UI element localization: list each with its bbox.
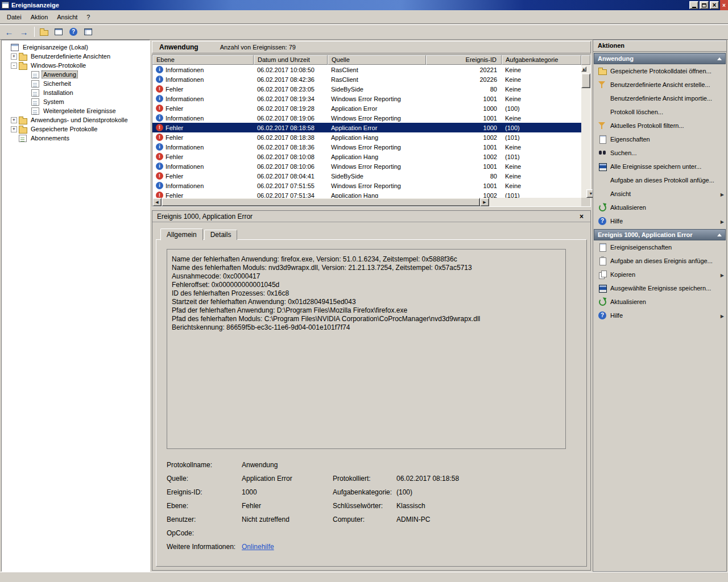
export-list-button[interactable]	[81, 26, 95, 38]
detail-tab[interactable]: Allgemein	[160, 228, 203, 240]
action-item[interactable]: Eigenschaften	[593, 132, 726, 146]
window-titlebar[interactable]: Ereignisanzeige	[0, 0, 728, 10]
tree-expander-icon[interactable]	[23, 108, 30, 114]
action-item[interactable]: Aktualisieren	[593, 295, 726, 309]
action-item[interactable]: Aktuelles Protokoll filtern...	[593, 119, 726, 132]
actions-section-header-anwendung[interactable]: Anwendung	[594, 53, 726, 64]
event-row[interactable]: Fehler 06.02.2017 08:18:38 Application H…	[152, 132, 581, 142]
action-item[interactable]: Aktualisieren	[593, 201, 726, 214]
menu-item[interactable]: Ansicht	[52, 12, 82, 22]
vertical-scrollbar[interactable]	[581, 65, 590, 198]
open-saved-log-button[interactable]	[37, 26, 51, 38]
event-row[interactable]: Fehler 06.02.2017 08:04:41 SideBySide 80…	[152, 171, 581, 181]
help-button[interactable]	[67, 26, 80, 38]
tree-expander-icon[interactable]	[3, 44, 9, 51]
maximize-button[interactable]	[700, 1, 709, 9]
action-item[interactable]: Protokoll löschen...	[593, 105, 726, 119]
tree-expander-icon[interactable]	[23, 72, 30, 78]
tree-node-icon	[19, 135, 27, 142]
tree-expander-icon[interactable]: +	[11, 117, 17, 123]
tree-item[interactable]: System	[2, 97, 150, 106]
column-header-datum[interactable]: Datum und Uhrzeit	[254, 55, 328, 65]
event-row[interactable]: Fehler 06.02.2017 07:51:34 Application H…	[152, 190, 581, 198]
tree-expander-icon[interactable]: -	[11, 63, 17, 69]
field-value[interactable]: Onlinehilfe	[242, 543, 333, 551]
event-row[interactable]: Fehler 06.02.2017 08:10:08 Application H…	[152, 152, 581, 161]
column-header-quelle[interactable]: Quelle	[328, 55, 426, 65]
action-item[interactable]: Aufgabe an dieses Protokoll anfüge...	[593, 173, 726, 187]
tree-item[interactable]: Sicherheit	[2, 79, 150, 88]
tree-item[interactable]: Abonnements	[2, 134, 150, 143]
tree-item[interactable]: + Anwendungs- und Dienstprotokolle	[2, 115, 150, 124]
event-category: Keine	[502, 144, 581, 151]
menu-item[interactable]: Aktion	[26, 12, 53, 22]
collapse-chevron-icon[interactable]	[717, 57, 722, 60]
event-row[interactable]: Fehler 06.02.2017 08:19:28 Application E…	[152, 103, 581, 113]
field-value[interactable]: Anwendung	[242, 461, 333, 469]
event-row[interactable]: Informationen 06.02.2017 08:19:06 Window…	[152, 113, 581, 123]
action-item[interactable]: Ausgewählte Ereignisse speichern...	[593, 281, 726, 295]
event-row[interactable]: Informationen 06.02.2017 08:10:06 Window…	[152, 161, 581, 171]
action-item[interactable]: Ereigniseigenschaften	[593, 240, 726, 254]
field-value[interactable]: Nicht zutreffend	[242, 516, 333, 523]
preview-close-button[interactable]	[577, 213, 586, 221]
collapse-chevron-icon[interactable]	[717, 234, 722, 236]
tree-expander-icon[interactable]	[23, 99, 30, 105]
tree-expander-icon[interactable]	[23, 90, 30, 96]
tree-expander-icon[interactable]	[23, 81, 30, 87]
back-button[interactable]	[2, 26, 16, 38]
event-row[interactable]: Informationen 06.02.2017 08:19:34 Window…	[152, 94, 581, 103]
action-item[interactable]: Aufgabe an dieses Ereignis anfüge...	[593, 254, 726, 268]
action-item[interactable]: Hilfe	[593, 309, 726, 322]
tree-item[interactable]: Ereignisanzeige (Lokal)	[2, 43, 150, 52]
close-button[interactable]	[710, 1, 719, 9]
action-item[interactable]: Alle Ereignisse speichern unter...	[593, 160, 726, 173]
column-header-aufgabenkategorie[interactable]: Aufgabenkategorie	[502, 55, 581, 65]
event-row[interactable]: Informationen 06.02.2017 10:08:50 RasCli…	[152, 65, 581, 74]
tree-item[interactable]: Anwendung	[2, 70, 150, 79]
scroll-left-button[interactable]	[152, 198, 162, 206]
scroll-right-button[interactable]	[480, 198, 489, 206]
tree-item[interactable]: + Gespeicherte Protokolle	[2, 124, 150, 134]
detail-tab[interactable]: Details	[204, 230, 238, 240]
event-row[interactable]: Fehler 06.02.2017 08:18:58 Application E…	[152, 123, 581, 132]
tree-expander-icon[interactable]	[11, 135, 17, 142]
vertical-scroll-thumb[interactable]	[581, 73, 590, 88]
tree-item[interactable]: + Benutzerdefinierte Ansichten	[2, 52, 150, 61]
action-item[interactable]: Benutzerdefinierte Ansicht erstelle...	[593, 78, 726, 92]
column-header-ebene[interactable]: Ebene	[152, 55, 254, 65]
action-item[interactable]: Gespeicherte Protokolldatei öffnen...	[593, 64, 726, 78]
event-row[interactable]: Fehler 06.02.2017 08:23:05 SideBySide 80…	[152, 84, 581, 94]
field-value[interactable]: Fehler	[242, 502, 333, 510]
forward-button[interactable]	[17, 26, 31, 38]
tree-item[interactable]: - Windows-Protokolle	[2, 61, 150, 70]
tree-expander-icon[interactable]: +	[11, 53, 17, 60]
horizontal-scrollbar[interactable]	[152, 198, 581, 206]
tree-expander-icon[interactable]: +	[11, 126, 17, 132]
background-window-close-button[interactable]	[720, 0, 728, 10]
event-row[interactable]: Informationen 06.02.2017 08:18:36 Window…	[152, 142, 581, 152]
action-item[interactable]: Suchen...	[593, 146, 726, 160]
action-label: Aufgabe an dieses Ereignis anfüge...	[610, 257, 713, 264]
tree-item[interactable]: Installation	[2, 88, 150, 97]
column-header-ereignis-id[interactable]: Ereignis-ID	[426, 55, 502, 65]
event-description-box[interactable]: Name der fehlerhaften Anwendung: firefox…	[167, 249, 566, 449]
tree-item[interactable]: Weitergeleitete Ereignisse	[2, 106, 150, 115]
help-icon	[69, 28, 77, 36]
menu-item[interactable]: ?	[82, 12, 94, 22]
action-item[interactable]: Ansicht	[593, 187, 726, 201]
minimize-button[interactable]	[689, 1, 698, 9]
field-value[interactable]: 1000	[242, 488, 333, 496]
show-console-tree-button[interactable]	[52, 26, 65, 38]
action-item[interactable]: Kopieren	[593, 268, 726, 281]
event-category: Keine	[502, 76, 581, 83]
horizontal-scroll-thumb[interactable]	[162, 198, 480, 206]
event-row[interactable]: Informationen 06.02.2017 07:51:55 Window…	[152, 181, 581, 190]
action-item[interactable]: Benutzerdefinierte Ansicht importie...	[593, 92, 726, 105]
field-value[interactable]: Application Error	[242, 475, 333, 483]
event-row[interactable]: Informationen 06.02.2017 08:42:36 RasCli…	[152, 74, 581, 84]
action-item[interactable]: Hilfe	[593, 214, 726, 228]
actions-section-header-event[interactable]: Ereignis 1000, Application Error	[594, 229, 726, 240]
scroll-up-button[interactable]	[581, 66, 586, 72]
menu-item[interactable]: Datei	[2, 12, 26, 22]
